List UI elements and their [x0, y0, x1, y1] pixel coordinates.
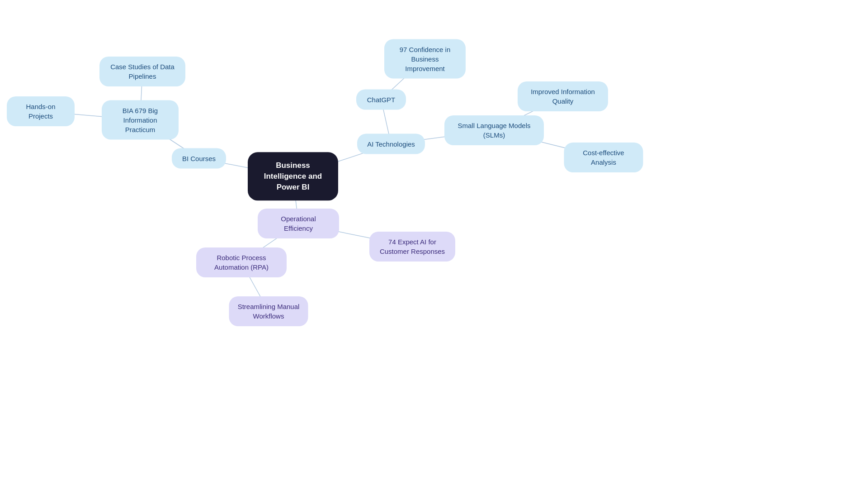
node-bia679: BIA 679 Big Information Practicum [102, 100, 179, 140]
node-expect-ai: 74 Expect AI for Customer Responses [369, 232, 455, 262]
node-hands-on: Hands-on Projects [7, 96, 75, 126]
node-bi-courses: BI Courses [172, 148, 226, 169]
node-streamlining: Streamlining Manual Workflows [229, 296, 308, 326]
node-case-studies: Case Studies of Data Pipelines [99, 57, 185, 86]
node-chatgpt: ChatGPT [356, 90, 406, 110]
mind-map: Business Intelligence and Power BIBI Cou… [0, 0, 868, 490]
node-rpa: Robotic Process Automation (RPA) [196, 247, 287, 277]
center-node: Business Intelligence and Power BI [248, 152, 338, 200]
node-cost-effective: Cost-effective Analysis [564, 143, 643, 172]
node-slm: Small Language Models (SLMs) [444, 115, 544, 145]
node-ai-technologies: AI Technologies [357, 134, 425, 154]
node-operational-efficiency: Operational Efficiency [258, 209, 339, 238]
node-confidence: 97 Confidence in Business Improvement [384, 39, 466, 79]
node-improved-info: Improved Information Quality [518, 81, 608, 111]
